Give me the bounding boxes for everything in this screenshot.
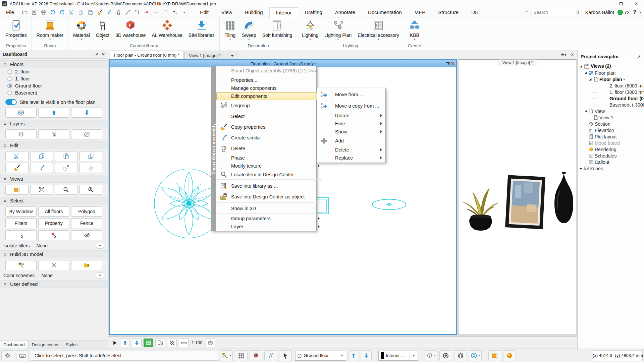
section-build-3d[interactable]: Build 3D model [0, 250, 108, 258]
save-button[interactable] [30, 8, 39, 17]
new-view-tab[interactable]: + [226, 52, 239, 59]
ribbon-al-warehouse[interactable]: AL Warehouse▼ [149, 18, 186, 41]
submenu-add[interactable]: Add [317, 136, 385, 146]
tree-floor-1[interactable]: 1. floor (3000 mm) [578, 89, 643, 95]
ribbon-tab[interactable]: Documentation [362, 7, 408, 17]
submenu-rotate[interactable]: Rotate [317, 112, 385, 120]
tree-expander-icon[interactable]: ◢ [579, 65, 583, 68]
dimension-chain-button[interactable] [133, 8, 142, 17]
tree-callout[interactable]: Callout [578, 159, 643, 165]
ribbon-tab[interactable]: Building [238, 7, 269, 17]
quick-dimension-button[interactable] [170, 8, 179, 17]
menu-header[interactable]: Smart Object assembly (2786) [1/1] >>> [216, 67, 323, 74]
ribbon-tab[interactable]: View [215, 7, 238, 17]
submenu-move-from[interactable]: Move from ... [317, 89, 385, 100]
select-mode-button[interactable]: All floors [38, 206, 69, 217]
reference-tool[interactable] [439, 350, 452, 361]
floor-radio[interactable]: Basement [7, 89, 108, 96]
ribbon-tab[interactable]: MEP [408, 7, 432, 17]
ribbon-tab[interactable]: Edit [194, 7, 215, 17]
ribbon-sweep[interactable]: Sweep▼ [239, 18, 259, 41]
section-views[interactable]: Views [0, 175, 108, 183]
submenu-replace[interactable]: Replace [317, 154, 385, 162]
build-3d-button[interactable] [5, 260, 37, 270]
dimension-button[interactable] [123, 8, 132, 17]
section-select[interactable]: Select [0, 197, 108, 204]
settings-button[interactable] [1, 350, 14, 361]
collapse-ribbon-icon[interactable]: ⌃ [525, 10, 528, 14]
tree-mood-board[interactable]: Mood board [578, 140, 643, 146]
active-window-tool[interactable] [488, 350, 501, 361]
menu-item-modify-texture[interactable]: Modify texture [216, 162, 323, 170]
floor-radio[interactable]: Ground floor [7, 82, 108, 89]
hide-selection-button[interactable] [71, 230, 102, 240]
layer-off-button[interactable] [71, 129, 102, 139]
view-window-tab[interactable]: View 1 [Image] * [498, 59, 537, 66]
tree-views[interactable]: ◢Views (2) [578, 62, 643, 70]
ribbon-room-maker[interactable]: Room maker▼ [34, 18, 66, 41]
floor-radio[interactable]: 1. floor [7, 75, 108, 82]
ribbon-material[interactable]: Material▼ [70, 18, 93, 41]
create-similar-button[interactable] [30, 163, 53, 173]
tree-plot-layout[interactable]: Plot layout [578, 133, 643, 140]
copy-button[interactable] [30, 151, 53, 161]
section-floors[interactable]: Floors [0, 60, 108, 68]
ribbon-tab[interactable]: Drafting [298, 7, 329, 17]
resize-button[interactable] [55, 163, 78, 173]
hatch-toggle-button[interactable] [167, 339, 177, 347]
doc-tab-floor-plan[interactable]: Floor plan - Ground floor (0 mm) * [110, 51, 184, 59]
close-window-icon[interactable]: ✕ [451, 62, 454, 65]
panel-close-icon[interactable]: ✕ [102, 52, 105, 57]
section-user-defined[interactable]: User defined [0, 280, 108, 288]
snap-magnet-toggle[interactable] [250, 350, 262, 361]
canvas-floor-down-button[interactable] [132, 339, 142, 347]
floor-up-button[interactable] [38, 108, 69, 118]
cut-button[interactable] [67, 8, 76, 17]
rebuild-3d-button[interactable] [38, 260, 69, 270]
doc-tab-view-1[interactable]: View 1 [Image] * [184, 52, 225, 59]
restore-window-icon[interactable] [446, 62, 449, 65]
cursor-tool[interactable] [279, 350, 292, 361]
tree-view-1[interactable]: View 1 [578, 114, 643, 121]
floor-selector[interactable]: Ground floor ▼ [295, 351, 346, 361]
menu-item-save-into-library[interactable]: Save into library as ... [216, 181, 323, 191]
ribbon-electrical-accessory[interactable]: Electrical accessory▼ [355, 18, 402, 41]
menu-item-phase[interactable]: Phase [216, 154, 323, 162]
tree-expander-icon[interactable]: ◢ [584, 110, 588, 113]
menu-item-delete[interactable]: Delete [216, 143, 323, 154]
toolbar-overflow-button[interactable] [180, 8, 189, 17]
site-level-toggle[interactable]: Site level is visible on the floor plan [5, 99, 105, 105]
menu-item-locate-design-center[interactable]: Locate item in Design Center [216, 170, 323, 179]
submenu-move-copy-from[interactable]: Move a copy from ... [317, 100, 385, 112]
menu-item[interactable] [217, 202, 322, 203]
ribbon-kbb[interactable]: KBB▼ [406, 18, 423, 41]
ribbon-bim-libraries[interactable]: BIM libraries▼ [185, 18, 218, 41]
ribbon-3d-warehouse[interactable]: 3D warehouse▼ [112, 18, 149, 41]
menu-item-manage-components[interactable]: Manage components [216, 84, 323, 92]
remove-dimension-button[interactable] [142, 8, 151, 17]
menu-item-show-in-3d[interactable]: Show in 3D [216, 204, 323, 213]
zoom-out-button[interactable] [55, 185, 78, 195]
tree-floor-plan[interactable]: ◢Floor plan [578, 70, 643, 76]
play-button[interactable] [111, 339, 118, 347]
raster-toggle[interactable] [235, 350, 248, 361]
open-3d-button[interactable] [71, 260, 102, 270]
style-selector[interactable]: Interior ... ▼ [378, 351, 418, 361]
layers-tool[interactable] [425, 350, 437, 361]
tree-zones[interactable]: ▶Zones [578, 165, 643, 172]
layer-settings-button[interactable] [5, 129, 37, 139]
paste-button[interactable] [55, 151, 78, 161]
menu-item-properties[interactable]: Properties... [216, 76, 323, 84]
ribbon-tab[interactable]: D5 [465, 7, 484, 17]
menu-item[interactable] [217, 75, 322, 76]
ribbon-object[interactable]: Object▼ [93, 18, 112, 41]
submenu-show[interactable]: Show [317, 128, 385, 136]
tree-view[interactable]: ◢View [578, 108, 643, 114]
format-brush-button[interactable] [95, 8, 104, 17]
3d-view-button[interactable] [206, 339, 215, 347]
lasso-select-button[interactable] [5, 230, 37, 240]
tracking-tool[interactable] [469, 350, 482, 361]
tree-schedules[interactable]: Schedules [578, 153, 643, 159]
ribbon-properties[interactable]: Properties▼ [2, 18, 30, 41]
ribbon-tiling[interactable]: Tiling▼ [221, 18, 239, 41]
